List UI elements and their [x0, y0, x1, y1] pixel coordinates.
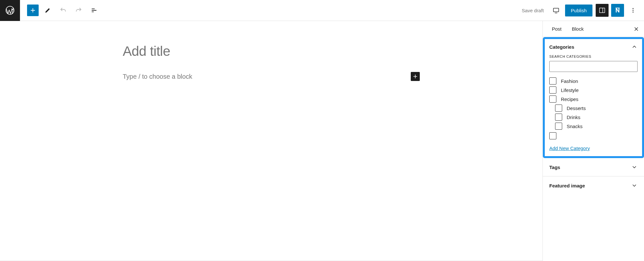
category-item[interactable]: Lifestyle [549, 85, 638, 95]
categories-title: Categories [549, 44, 631, 50]
sidebar-tabs: Post Block [543, 21, 644, 37]
close-sidebar-button[interactable] [629, 26, 644, 32]
svg-point-4 [633, 10, 634, 11]
category-label: Recipes [561, 96, 578, 102]
save-draft-button[interactable]: Save draft [518, 8, 547, 13]
post-title-input[interactable]: Add title [123, 44, 420, 59]
close-icon [633, 26, 639, 32]
tab-block[interactable]: Block [569, 21, 587, 37]
category-item[interactable]: Recipes [549, 95, 638, 104]
chevron-down-icon [631, 182, 638, 189]
desktop-icon [553, 7, 560, 14]
editor-canvas[interactable]: Add title Type / to choose a block [0, 21, 543, 261]
publish-button[interactable]: Publish [565, 5, 592, 16]
plus-icon [412, 73, 418, 80]
tools-button[interactable] [41, 4, 54, 17]
category-label: Drinks [567, 115, 581, 120]
category-label: Lifestyle [561, 87, 579, 93]
category-item[interactable]: Fashion [549, 76, 638, 85]
featured-image-title: Featured image [549, 183, 631, 188]
block-prompt[interactable]: Type / to choose a block [123, 73, 411, 80]
chevron-down-icon [631, 164, 638, 170]
sidebar-icon [599, 7, 606, 14]
wordpress-logo[interactable] [0, 0, 20, 21]
tags-title: Tags [549, 165, 631, 170]
category-checkbox[interactable] [549, 95, 556, 103]
category-item[interactable]: Drinks [549, 113, 638, 122]
add-new-category-link[interactable]: Add New Category [549, 146, 590, 151]
tags-panel: Tags [543, 158, 644, 176]
category-item[interactable] [549, 131, 638, 140]
more-options-button[interactable] [627, 4, 639, 17]
chevron-up-icon [631, 44, 638, 50]
featured-image-toggle[interactable]: Featured image [549, 182, 638, 189]
search-categories-input[interactable] [549, 61, 638, 72]
top-toolbar: Save draft Publish [0, 0, 644, 21]
settings-sidebar: Post Block Categories SEARCH CATEGORIES … [543, 21, 644, 261]
category-list: Fashion Lifestyle Recipes Desserts [549, 76, 638, 140]
n-icon [614, 7, 621, 14]
undo-button [57, 4, 70, 17]
category-checkbox[interactable] [549, 86, 556, 94]
featured-image-panel: Featured image [543, 176, 644, 195]
category-item[interactable]: Snacks [549, 122, 638, 131]
category-item[interactable]: Desserts [549, 104, 638, 113]
kebab-icon [630, 7, 637, 14]
redo-icon [75, 7, 82, 14]
list-view-button[interactable] [88, 4, 101, 17]
svg-rect-2 [600, 8, 605, 13]
category-label: Snacks [567, 124, 582, 129]
plus-icon [29, 7, 36, 14]
category-checkbox[interactable] [555, 114, 562, 121]
svg-rect-1 [553, 8, 559, 12]
categories-panel: Categories SEARCH CATEGORIES Fashion Lif… [543, 37, 644, 158]
category-checkbox[interactable] [549, 77, 556, 85]
plugin-button[interactable] [611, 4, 624, 17]
svg-point-3 [633, 8, 634, 9]
preview-button[interactable] [550, 4, 562, 17]
category-label: Fashion [561, 78, 578, 84]
category-checkbox[interactable] [555, 105, 562, 112]
undo-icon [60, 7, 67, 14]
add-block-button[interactable] [27, 5, 39, 16]
category-checkbox[interactable] [555, 123, 562, 130]
tab-post[interactable]: Post [549, 21, 565, 37]
svg-point-5 [633, 12, 634, 13]
tags-toggle[interactable]: Tags [549, 164, 638, 170]
inline-add-block-button[interactable] [411, 72, 420, 81]
settings-sidebar-toggle[interactable] [596, 4, 609, 17]
category-label: Desserts [567, 105, 586, 111]
categories-toggle[interactable]: Categories [549, 44, 638, 50]
search-categories-label: SEARCH CATEGORIES [549, 55, 638, 58]
list-icon [91, 7, 98, 14]
pencil-icon [44, 7, 51, 14]
category-checkbox[interactable] [549, 132, 556, 139]
redo-button [72, 4, 85, 17]
